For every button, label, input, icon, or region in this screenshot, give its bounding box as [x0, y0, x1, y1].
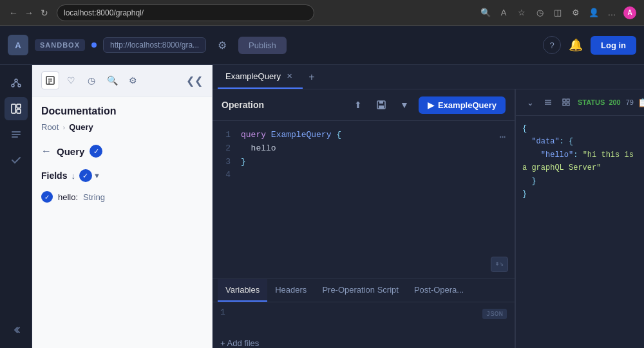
line-number-4: 4 — [220, 169, 231, 182]
add-files-button[interactable]: + Add files — [213, 338, 515, 348]
reader-icon[interactable]: A — [497, 6, 510, 19]
doc-toolbar-history[interactable]: ◷ — [82, 71, 100, 89]
tabs-bar: ExampleQuery ✕ + — [213, 65, 644, 89]
split-icon[interactable]: ◫ — [551, 6, 564, 19]
settings-button[interactable]: ⚙ — [213, 35, 232, 55]
browser-chrome: ← → ↻ localhost:8000/graphql/ 🔍 A ☆ ◷ ◫ … — [0, 0, 644, 26]
operation-panel: Operation ⬆ ▼ ▶ E — [213, 89, 515, 348]
breadcrumb-separator: › — [62, 124, 65, 131]
doc-query-title: Query — [57, 146, 84, 157]
doc-collapse-button[interactable]: ❮❮ — [186, 75, 203, 87]
notifications-button[interactable]: 🔔 — [569, 38, 583, 52]
save-icon-button[interactable] — [372, 96, 390, 114]
back-button[interactable]: ← — [8, 7, 19, 19]
run-icon: ▶ — [428, 100, 434, 110]
code-line-3: 3 } — [220, 156, 507, 169]
browser-actions: 🔍 A ☆ ◷ ◫ ⚙ 👤 … A — [479, 6, 636, 19]
address-bar[interactable]: localhost:8000/graphql/ — [57, 5, 314, 21]
svg-rect-6 — [17, 104, 21, 108]
variables-tab[interactable]: Variables — [218, 279, 267, 302]
response-list-view[interactable] — [540, 95, 556, 110]
browser-nav-buttons: ← → ↻ — [8, 7, 50, 19]
code-line-4: 4 — [220, 169, 507, 182]
doc-filter-dropdown[interactable]: ✓ ▼ — [79, 169, 100, 182]
sidebar-icon-collapse[interactable] — [5, 318, 28, 342]
refresh-button[interactable]: ↻ — [39, 7, 50, 19]
run-label: ExampleQuery — [438, 100, 497, 110]
svg-rect-22 — [567, 99, 569, 102]
editor-response-area: ExampleQuery ✕ + Operation ⬆ — [213, 65, 644, 348]
headers-tab[interactable]: Headers — [267, 279, 314, 302]
svg-rect-23 — [563, 103, 565, 105]
operation-response-row: Operation ⬆ ▼ ▶ E — [213, 89, 644, 348]
line-number-3: 3 — [220, 156, 231, 169]
status-code: 200 — [609, 98, 620, 106]
zoom-icon[interactable]: 🔍 — [479, 6, 492, 19]
post-operation-tab[interactable]: Post-Opera... — [406, 279, 471, 302]
operation-title: Operation — [222, 100, 264, 110]
operation-header: Operation ⬆ ▼ ▶ E — [213, 89, 515, 121]
code-editor[interactable]: 1 query ExampleQuery { 2 hello 3 } 4 — [213, 121, 515, 279]
sandbox-badge: SANDBOX — [35, 39, 85, 51]
svg-line-3 — [13, 82, 16, 84]
status-extra: 79 — [626, 98, 634, 106]
code-line-2: 2 hello — [220, 142, 507, 156]
sidebar-icon-graph[interactable] — [5, 71, 28, 95]
history-icon[interactable]: ◷ — [533, 6, 546, 19]
forward-button[interactable]: → — [23, 7, 35, 19]
bookmark-icon[interactable]: ☆ — [515, 6, 528, 19]
url-display-text: http://localhost:8000/gra... — [110, 41, 199, 50]
help-button[interactable]: ? — [543, 36, 561, 54]
doc-toolbar-settings[interactable]: ⚙ — [124, 71, 142, 89]
doc-panel-header: ♡ ◷ 🔍 ⚙ ❮❮ — [32, 65, 212, 96]
profile-icon[interactable]: 👤 — [587, 6, 600, 19]
publish-button[interactable]: Publish — [238, 37, 287, 54]
json-format-label: JSON — [482, 309, 507, 319]
doc-filter-chevron: ▼ — [93, 172, 100, 179]
run-button[interactable]: ▶ ExampleQuery — [419, 96, 506, 114]
sidebar-icon-schema[interactable] — [5, 123, 28, 146]
sidebar-icon-explorer[interactable] — [5, 97, 28, 120]
pre-operation-tab[interactable]: Pre-Operation Script — [314, 279, 406, 302]
line-content-1: query ExampleQuery { — [241, 129, 341, 142]
app-logo: A — [8, 35, 28, 55]
doc-toolbar-docs[interactable] — [41, 71, 59, 89]
code-more-button[interactable]: ⋯ — [499, 130, 506, 147]
response-grid-view[interactable] — [558, 95, 574, 110]
menu-icon[interactable]: … — [605, 6, 618, 19]
response-panel: ⌄ — [515, 89, 644, 348]
save-dropdown-button[interactable]: ▼ — [395, 96, 413, 114]
main-layout: ♡ ◷ 🔍 ⚙ ❮❮ Documentation Root › Query ← … — [0, 65, 644, 348]
svg-rect-5 — [12, 104, 15, 113]
doc-toolbar-bookmark[interactable]: ♡ — [62, 71, 80, 89]
doc-field-name-hello: hello: — [58, 192, 78, 202]
doc-sort-icon[interactable]: ↓ — [71, 171, 75, 181]
svg-rect-10 — [12, 136, 18, 138]
url-display[interactable]: http://localhost:8000/gra... — [103, 37, 206, 53]
svg-point-1 — [12, 84, 14, 87]
connection-dot — [91, 42, 97, 48]
login-button[interactable]: Log in — [591, 36, 636, 55]
line-number-1: 1 — [220, 129, 231, 142]
tab-add-button[interactable]: + — [303, 68, 321, 86]
sidebar-icon-check[interactable] — [5, 149, 28, 172]
response-copy-button[interactable]: 📋 — [638, 95, 644, 110]
doc-toolbar-search[interactable]: 🔍 — [103, 71, 121, 89]
response-header: ⌄ — [516, 89, 644, 116]
tab-example-query[interactable]: ExampleQuery ✕ — [218, 65, 303, 89]
tab-close-button[interactable]: ✕ — [285, 71, 295, 82]
doc-filter-check: ✓ — [79, 169, 92, 182]
extensions-icon[interactable]: ⚙ — [569, 6, 582, 19]
doc-back-button[interactable]: ← — [41, 145, 52, 157]
response-chevron-down[interactable]: ⌄ — [522, 95, 538, 110]
breadcrumb-root[interactable]: Root — [41, 122, 59, 132]
doc-query-check: ✓ — [90, 145, 102, 158]
add-files-label: + Add files — [220, 338, 259, 348]
doc-back-row: ← Query ✓ — [32, 140, 212, 163]
variables-panel: Variables Headers Pre-Operation Script P… — [213, 279, 515, 348]
doc-breadcrumb: Root › Query — [32, 122, 212, 140]
svg-line-4 — [16, 82, 19, 84]
code-line-1: 1 query ExampleQuery { — [220, 129, 507, 142]
upload-icon-button[interactable]: ⬆ — [349, 96, 367, 114]
svg-rect-24 — [567, 103, 569, 105]
